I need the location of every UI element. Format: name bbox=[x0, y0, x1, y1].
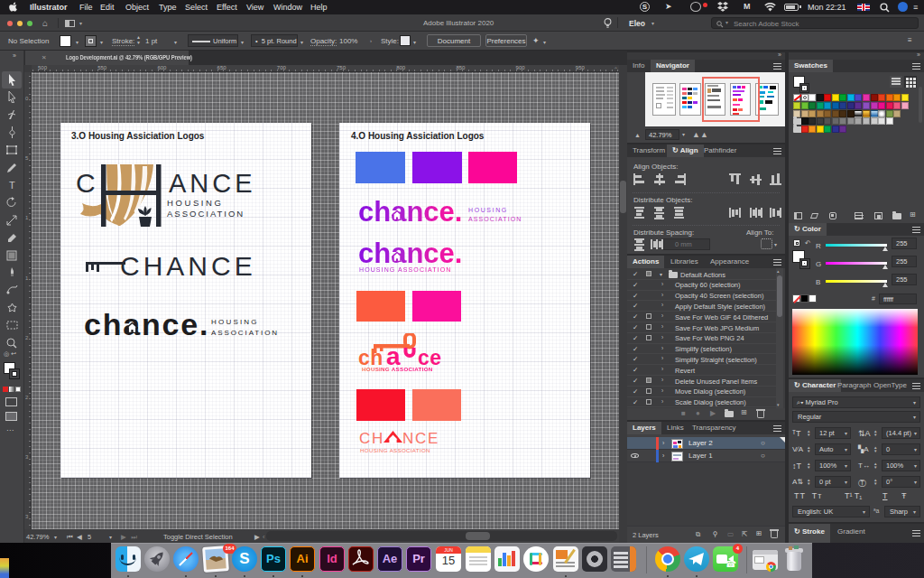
svg-text:T: T bbox=[9, 180, 15, 191]
